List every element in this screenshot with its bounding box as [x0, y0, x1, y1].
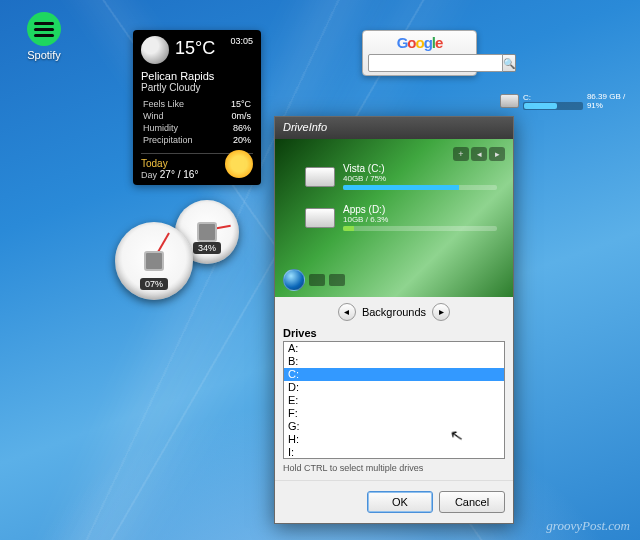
drive-list-item[interactable]: A:	[284, 342, 504, 355]
drive-icon	[305, 167, 335, 187]
spotify-icon	[27, 12, 61, 46]
drive-list-item[interactable]: F:	[284, 407, 504, 420]
weather-today: Today Day 27° / 16°	[141, 153, 253, 180]
ram-percent: 34%	[193, 242, 221, 254]
cpu-percent: 07%	[140, 278, 168, 290]
drive-mini-gadget[interactable]: C: 86.39 GB / 91%	[500, 92, 640, 110]
drives-listbox[interactable]: A:B:C:D:E:F:G:H:I:J:	[283, 341, 505, 459]
cpu-meter-gadget[interactable]: 34% 07%	[115, 200, 265, 310]
drive-sub: 40GB / 75%	[343, 174, 497, 183]
preview-thumb-1[interactable]	[309, 274, 325, 286]
desktop-icon-spotify[interactable]: Spotify	[14, 12, 74, 61]
sun-icon	[225, 150, 253, 178]
drive-list-item[interactable]: H:	[284, 433, 504, 446]
dialog-preview: + ◂ ▸ Vista (C:)40GB / 75%Apps (D:)10GB …	[275, 139, 513, 297]
drive-mini-label: C:	[523, 93, 583, 102]
backgrounds-next-button[interactable]: ▸	[432, 303, 450, 321]
weather-gadget[interactable]: 03:05 15°C Pelican Rapids Partly Cloudy …	[133, 30, 261, 185]
preview-drive-entry: Apps (D:)10GB / 6.3%	[305, 204, 497, 231]
moon-icon	[141, 36, 169, 64]
google-gadget[interactable]: Google 🔍	[362, 30, 477, 76]
cpu-dial: 07%	[115, 222, 193, 300]
drive-name: Apps (D:)	[343, 204, 497, 215]
backgrounds-prev-button[interactable]: ◂	[338, 303, 356, 321]
cancel-button[interactable]: Cancel	[439, 491, 505, 513]
preview-drive-entry: Vista (C:)40GB / 75%	[305, 163, 497, 190]
drive-mini-bar	[523, 102, 583, 110]
weather-location: Pelican Rapids	[141, 64, 253, 82]
watermark: groovyPost.com	[546, 518, 630, 534]
drives-hint: Hold CTRL to select multiple drives	[275, 461, 513, 473]
drive-list-item[interactable]: C:	[284, 368, 504, 381]
preview-thumb-2[interactable]	[329, 274, 345, 286]
drive-list-item[interactable]: I:	[284, 446, 504, 459]
desktop-icon-label: Spotify	[14, 49, 74, 61]
drive-sub: 10GB / 6.3%	[343, 215, 497, 224]
weather-clock: 03:05	[230, 36, 253, 46]
drive-icon	[305, 208, 335, 228]
google-search-button[interactable]: 🔍	[503, 54, 516, 72]
weather-details: Feels Like15°C Wind0m/s Humidity86% Prec…	[141, 97, 253, 147]
windows-orb-icon	[283, 269, 305, 291]
backgrounds-label: Backgrounds	[362, 306, 426, 318]
google-search-input[interactable]	[368, 54, 503, 72]
weather-condition: Partly Cloudy	[141, 82, 253, 93]
drive-list-item[interactable]: D:	[284, 381, 504, 394]
preview-add-button[interactable]: +	[453, 147, 469, 161]
drive-name: Vista (C:)	[343, 163, 497, 174]
dialog-title[interactable]: DriveInfo	[275, 117, 513, 139]
drives-section-label: Drives	[275, 327, 513, 339]
drive-list-item[interactable]: B:	[284, 355, 504, 368]
preview-prev-button[interactable]: ◂	[471, 147, 487, 161]
preview-next-button[interactable]: ▸	[489, 147, 505, 161]
drive-list-item[interactable]: G:	[284, 420, 504, 433]
ok-button[interactable]: OK	[367, 491, 433, 513]
drive-icon	[500, 94, 519, 108]
google-logo: Google	[368, 34, 471, 52]
drive-list-item[interactable]: E:	[284, 394, 504, 407]
drive-mini-stat: 86.39 GB / 91%	[587, 92, 640, 110]
driveinfo-dialog: DriveInfo + ◂ ▸ Vista (C:)40GB / 75%Apps…	[274, 116, 514, 524]
